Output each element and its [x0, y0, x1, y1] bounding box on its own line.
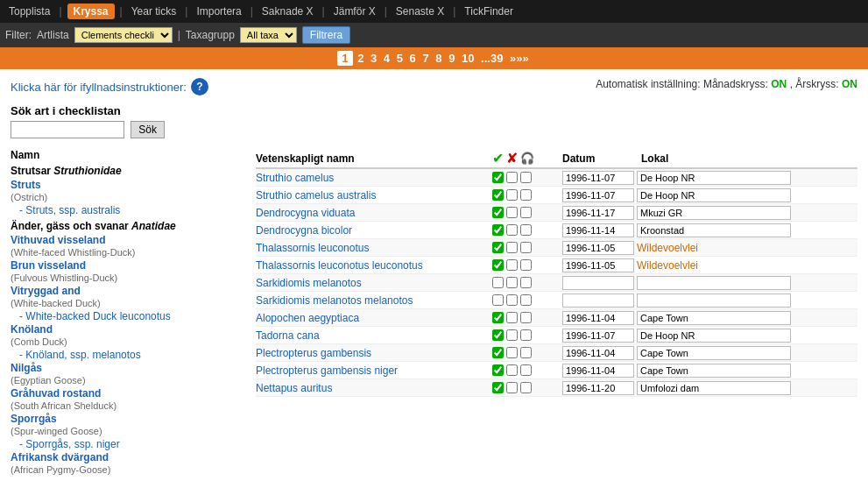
nope-checkbox[interactable] — [506, 259, 518, 271]
audio-checkbox[interactable] — [520, 347, 532, 358]
audio-checkbox[interactable] — [520, 224, 532, 236]
sci-name-link[interactable]: Struthio camelus — [256, 172, 334, 184]
subspecies-link-niger[interactable]: - Sporrgås, ssp. niger — [19, 438, 120, 450]
tick-checkbox[interactable] — [492, 259, 504, 271]
sci-name-link[interactable]: Tadorna cana — [256, 329, 320, 342]
lokal-input[interactable] — [637, 294, 791, 308]
nope-checkbox[interactable] — [506, 172, 518, 183]
nav-senaste-x[interactable]: Senaste X — [392, 4, 448, 19]
sci-name-link[interactable]: Struthio camelus australis — [256, 189, 376, 202]
species-link-afrikansk[interactable]: Afrikansk dvärgand — [11, 451, 109, 463]
audio-checkbox[interactable] — [520, 294, 532, 306]
audio-checkbox[interactable] — [520, 172, 532, 183]
sci-name-link[interactable]: Sarkidiomis melanotos — [256, 277, 362, 289]
help-icon[interactable]: ? — [191, 78, 208, 95]
sci-name-link[interactable]: Dendrocygna viduata — [256, 207, 355, 219]
audio-checkbox[interactable] — [520, 312, 532, 323]
lokal-input[interactable] — [637, 223, 791, 237]
subspecies-link-melanotos[interactable]: - Knöland, ssp. melanotos — [19, 349, 141, 361]
page-10[interactable]: 10 — [462, 52, 474, 65]
tick-checkbox[interactable] — [492, 312, 504, 323]
species-link-knoland[interactable]: Knöland — [11, 323, 53, 336]
lokal-input[interactable] — [637, 276, 791, 290]
audio-checkbox[interactable] — [520, 277, 532, 288]
audio-checkbox[interactable] — [520, 329, 532, 341]
date-input[interactable] — [562, 364, 634, 378]
subspecies-link-leuconotus[interactable]: - White-backed Duck leuconotus — [19, 310, 171, 322]
lokal-input[interactable] — [637, 206, 791, 220]
sci-name-link[interactable]: Thalassornis leuconotus — [256, 242, 369, 254]
nope-checkbox[interactable] — [506, 347, 518, 358]
nav-topplista[interactable]: Topplista — [5, 4, 53, 19]
tick-checkbox[interactable] — [492, 172, 504, 183]
species-link-nilgas[interactable]: Nilgås — [11, 362, 42, 374]
lokal-input[interactable] — [637, 171, 791, 185]
date-input[interactable] — [562, 223, 634, 237]
sci-name-link[interactable]: Plectropterus gambensis niger — [256, 364, 398, 377]
lokal-input[interactable] — [637, 364, 791, 378]
species-link-vitryggad[interactable]: Vitryggad and — [11, 285, 81, 297]
page-6[interactable]: 6 — [410, 52, 416, 65]
nope-checkbox[interactable] — [506, 207, 518, 218]
nope-checkbox[interactable] — [506, 294, 518, 306]
species-link-brun[interactable]: Brun visseland — [11, 259, 86, 272]
date-input[interactable] — [562, 206, 634, 220]
date-input[interactable] — [562, 346, 634, 360]
lokal-link[interactable]: Wildevoelvlei — [637, 242, 698, 254]
lokal-link[interactable]: Wildevoelvlei — [637, 259, 698, 272]
nav-saknade-x[interactable]: Saknade X — [258, 4, 317, 19]
tick-checkbox[interactable] — [492, 364, 504, 376]
taxagrupp-select[interactable]: All taxa Birds — [240, 27, 297, 43]
sci-name-link[interactable]: Plectropterus gambensis — [256, 347, 371, 359]
nav-importera[interactable]: Importera — [193, 4, 244, 19]
nope-checkbox[interactable] — [506, 242, 518, 253]
nope-checkbox[interactable] — [506, 312, 518, 323]
nope-checkbox[interactable] — [506, 277, 518, 288]
nope-checkbox[interactable] — [506, 382, 518, 393]
tick-checkbox[interactable] — [492, 382, 504, 393]
lokal-input[interactable] — [637, 346, 791, 360]
date-input[interactable] — [562, 171, 634, 185]
page-next[interactable]: »»» — [510, 52, 529, 65]
audio-checkbox[interactable] — [520, 207, 532, 218]
tick-checkbox[interactable] — [492, 224, 504, 236]
nav-tickfinder[interactable]: TickFinder — [461, 4, 517, 19]
lokal-input[interactable] — [637, 311, 791, 325]
species-link-struts[interactable]: Struts — [11, 179, 41, 191]
audio-checkbox[interactable] — [520, 382, 532, 393]
date-input[interactable] — [562, 381, 634, 395]
tick-checkbox[interactable] — [492, 277, 504, 288]
tick-checkbox[interactable] — [492, 207, 504, 218]
page-ellipsis[interactable]: ...39 — [481, 52, 503, 65]
subspecies-link-australis[interactable]: - Struts, ssp. australis — [19, 204, 120, 216]
species-link-vithuvad[interactable]: Vithuvad visseland — [11, 234, 106, 246]
date-input[interactable] — [562, 294, 634, 308]
date-input[interactable] — [562, 329, 634, 343]
date-input[interactable] — [562, 276, 634, 290]
page-5[interactable]: 5 — [397, 52, 403, 65]
date-input[interactable] — [562, 311, 634, 325]
sci-name-link[interactable]: Thalassornis leuconotus leuconotus — [256, 259, 423, 272]
page-2[interactable]: 2 — [357, 52, 363, 65]
audio-checkbox[interactable] — [520, 259, 532, 271]
search-input[interactable] — [11, 121, 124, 138]
audio-checkbox[interactable] — [520, 364, 532, 376]
instructions-link[interactable]: Klicka här för ifyllnadsinstruktioner: — [11, 81, 187, 94]
tick-checkbox[interactable] — [492, 329, 504, 341]
tick-checkbox[interactable] — [492, 347, 504, 358]
tick-checkbox[interactable] — [492, 189, 504, 201]
audio-checkbox[interactable] — [520, 189, 532, 201]
sci-name-link[interactable]: Sarkidiomis melanotos melanotos — [256, 294, 413, 307]
page-8[interactable]: 8 — [435, 52, 441, 65]
nope-checkbox[interactable] — [506, 224, 518, 236]
species-link-grahuvad[interactable]: Gråhuvad rostand — [11, 387, 101, 400]
nope-checkbox[interactable] — [506, 329, 518, 341]
nope-checkbox[interactable] — [506, 189, 518, 201]
nav-year-ticks[interactable]: Year ticks — [128, 4, 180, 19]
search-button[interactable]: Sök — [131, 121, 165, 138]
tick-checkbox[interactable] — [492, 242, 504, 253]
nav-kryssa[interactable]: Kryssa — [67, 4, 115, 19]
nav-jamfor-x[interactable]: Jämför X — [330, 4, 379, 19]
lokal-input[interactable] — [637, 381, 791, 395]
lokal-input[interactable] — [637, 188, 791, 202]
